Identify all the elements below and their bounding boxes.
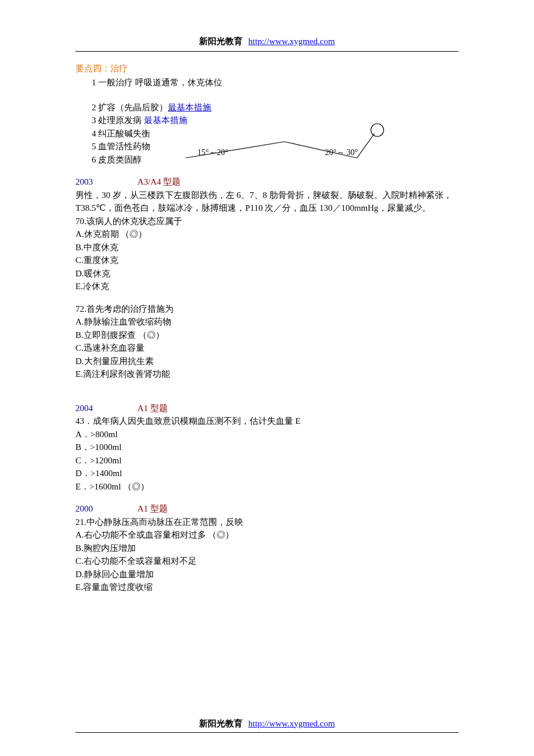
exam-year-type-2004: 2004 A1 型题 bbox=[75, 402, 459, 415]
q43-option-a: A．>800ml bbox=[75, 428, 459, 441]
exam-year-type-2000: 2000 A1 型题 bbox=[75, 502, 459, 516]
svg-line-2 bbox=[357, 134, 374, 158]
q72-option-e: E.滴注利尿剂改善肾功能 bbox=[75, 368, 459, 381]
q21-option-a: A.右心功能不全或血容量相对过多 （◎） bbox=[75, 528, 459, 542]
q43-text: 43．成年病人因失血致意识模糊血压测不到，估计失血量 E bbox=[75, 415, 459, 428]
document-page: 新阳光教育 http://www.xygmed.com 15°～20° 20°～… bbox=[0, 0, 534, 756]
section4-title: 要点四：治疗 bbox=[75, 62, 459, 75]
section4-item-3-prefix: 3 处理原发病 bbox=[92, 116, 144, 125]
type-2000: A1 型题 bbox=[138, 504, 168, 513]
q21-option-d: D.静脉回心血量增加 bbox=[75, 568, 459, 581]
header-divider bbox=[75, 51, 459, 52]
type-2004: A1 型题 bbox=[138, 404, 168, 413]
q21-text: 21.中心静脉压高而动脉压在正常范围，反映 bbox=[75, 516, 459, 529]
section4-item-3-highlight: 最基本措施 bbox=[144, 116, 187, 125]
exam-year-type-2003: 2003 A3/A4 型题 bbox=[75, 175, 459, 189]
q70-option-d: D.暖休克 bbox=[75, 267, 459, 280]
header-link[interactable]: http://www.xygmed.com bbox=[248, 37, 335, 46]
q70-option-e: E.冷休克 bbox=[75, 280, 459, 293]
q72-option-c: C.迅速补充血容量 bbox=[75, 341, 459, 355]
question-block-2003: 2003 A3/A4 型题 男性，30 岁，从三楼跌下左腹部跌伤，左 6、7、8… bbox=[75, 175, 459, 381]
q43-option-d: D．>1400ml bbox=[75, 467, 459, 480]
q43-option-e: E．>1600ml （◎） bbox=[75, 480, 459, 494]
q72-option-b: B.立即剖腹探查 （◎） bbox=[75, 329, 459, 342]
q72-option-a: A.静脉输注血管收缩药物 bbox=[75, 315, 459, 329]
section4-item-2: 2 扩容（先晶后胶）最基本措施 bbox=[75, 101, 459, 114]
year-2003: 2003 bbox=[75, 177, 93, 186]
q70-text: 70.该病人的休克状态应属于 bbox=[75, 215, 459, 228]
q72-option-d: D.大剂量应用抗生素 bbox=[75, 355, 459, 368]
type-2003: A3/A4 型题 bbox=[138, 177, 181, 186]
diagram-left-angle: 15°～20° bbox=[197, 148, 228, 157]
question-block-2004: 2004 A1 型题 43．成年病人因失血致意识模糊血压测不到，估计失血量 E … bbox=[75, 402, 459, 494]
q21-option-c: C.右心功能不全或容量相对不足 bbox=[75, 555, 459, 568]
footer-link[interactable]: http://www.xygmed.com bbox=[248, 719, 335, 728]
q72-text: 72.首先考虑的治疗措施为 bbox=[75, 303, 459, 316]
section4-item-2-highlight: 最基本措施 bbox=[168, 103, 211, 112]
year-2004: 2004 bbox=[75, 404, 93, 413]
q70-option-c: C.重度休克 bbox=[75, 254, 459, 267]
q43-option-b: B．>1000ml bbox=[75, 441, 459, 454]
q21-option-b: B.胸腔内压增加 bbox=[75, 542, 459, 555]
page-header: 新阳光教育 http://www.xygmed.com bbox=[75, 35, 459, 48]
footer-brand: 新阳光教育 bbox=[199, 719, 243, 728]
content: 15°～20° 20°～ 30° 要点四：治疗 1 一般治疗 呼吸道通常，休克体… bbox=[75, 62, 459, 594]
q43-option-c: C．>1200ml bbox=[75, 454, 459, 467]
section4-item-2-prefix: 2 扩容（先晶后胶） bbox=[92, 103, 168, 112]
q21-option-e: E.容量血管过度收缩 bbox=[75, 581, 459, 594]
question-block-2000: 2000 A1 型题 21.中心静脉压高而动脉压在正常范围，反映 A.右心功能不… bbox=[75, 502, 459, 594]
shock-position-diagram: 15°～20° 20°～ 30° bbox=[183, 123, 386, 170]
svg-point-3 bbox=[371, 124, 384, 136]
q70-option-b: B.中度休克 bbox=[75, 241, 459, 254]
section4-item-1: 1 一般治疗 呼吸道通常，休克体位 bbox=[75, 76, 459, 89]
q70-option-a: A.休克前期 （◎） bbox=[75, 228, 459, 241]
page-footer: 新阳光教育 http://www.xygmed.com bbox=[75, 717, 459, 733]
footer-divider bbox=[75, 732, 459, 733]
q2003-stem: 男性，30 岁，从三楼跌下左腹部跌伤，左 6、7、8 肋骨骨折，脾破裂、肠破裂。… bbox=[75, 189, 459, 215]
diagram-right-angle: 20°～ 30° bbox=[325, 148, 358, 157]
year-2000: 2000 bbox=[75, 504, 93, 513]
header-brand: 新阳光教育 bbox=[199, 37, 243, 46]
